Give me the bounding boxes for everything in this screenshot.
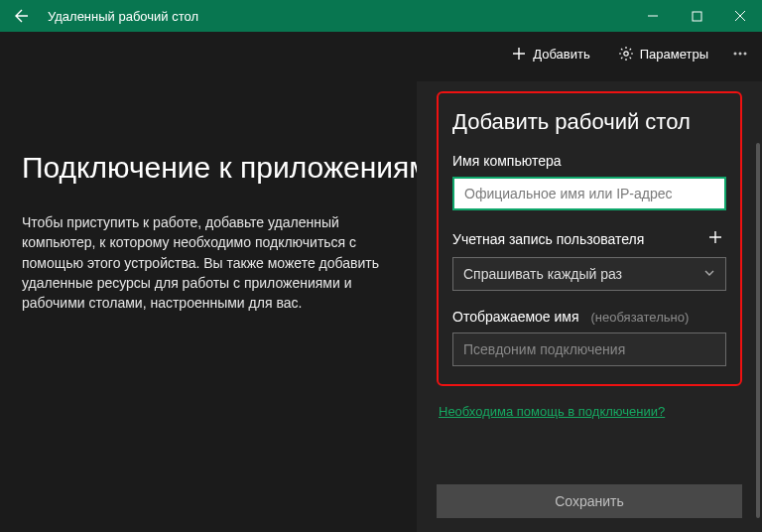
account-label-row: Учетная запись пользователя (452, 228, 726, 249)
minimize-icon (647, 10, 659, 22)
display-label-row: Отображаемое имя (необязательно) (452, 309, 726, 325)
chevron-down-icon (703, 267, 715, 282)
back-button[interactable] (0, 0, 44, 32)
page-heading: Подключение к приложениям (22, 151, 417, 185)
plus-icon (708, 230, 722, 244)
add-label: Добавить (533, 47, 589, 62)
scrollbar[interactable] (756, 143, 760, 518)
minimize-button[interactable] (631, 0, 675, 32)
add-button[interactable]: Добавить (501, 40, 599, 67)
more-button[interactable] (726, 40, 754, 67)
display-input[interactable] (452, 332, 726, 366)
close-icon (734, 10, 746, 22)
help-link[interactable]: Необходима помощь в подключении? (439, 404, 742, 419)
app-title: Удаленный рабочий стол (44, 9, 198, 24)
svg-point-2 (734, 53, 736, 55)
pcname-label: Имя компьютера (452, 153, 726, 169)
save-label: Сохранить (555, 493, 624, 509)
account-value: Спрашивать каждый раз (463, 266, 622, 282)
titlebar: Удаленный рабочий стол (0, 0, 762, 32)
settings-button[interactable]: Параметры (608, 40, 718, 67)
account-select[interactable]: Спрашивать каждый раз (452, 257, 726, 291)
toolbar: Добавить Параметры (493, 32, 762, 75)
account-label: Учетная запись пользователя (452, 231, 644, 247)
page-description: Чтобы приступить к работе, добавьте удал… (22, 212, 417, 313)
panel-footer: Сохранить (437, 484, 742, 518)
pcname-input[interactable] (452, 177, 726, 210)
app-window: Удаленный рабочий стол Добавить Параметр… (0, 0, 762, 532)
maximize-button[interactable] (675, 0, 718, 32)
maximize-icon (692, 11, 702, 22)
arrow-left-icon (14, 8, 30, 24)
panel-title: Добавить рабочий стол (452, 109, 726, 135)
add-account-button[interactable] (704, 228, 726, 249)
close-button[interactable] (718, 0, 762, 32)
svg-point-4 (744, 53, 746, 55)
svg-point-3 (739, 53, 741, 55)
display-label: Отображаемое имя (452, 309, 579, 325)
main-content: Подключение к приложениям Чтобы приступи… (0, 32, 417, 313)
gear-icon (618, 46, 634, 62)
save-button[interactable]: Сохранить (437, 484, 742, 518)
display-hint: (необязательно) (590, 310, 689, 325)
more-icon (732, 46, 748, 62)
content-area: Добавить Параметры Подключение к приложе… (0, 32, 762, 532)
add-desktop-panel: Добавить рабочий стол Имя компьютера Уче… (417, 81, 762, 532)
highlighted-region: Добавить рабочий стол Имя компьютера Уче… (437, 91, 742, 386)
settings-label: Параметры (640, 47, 708, 62)
svg-rect-0 (693, 12, 701, 21)
svg-point-1 (623, 52, 627, 56)
plus-icon (511, 46, 527, 62)
